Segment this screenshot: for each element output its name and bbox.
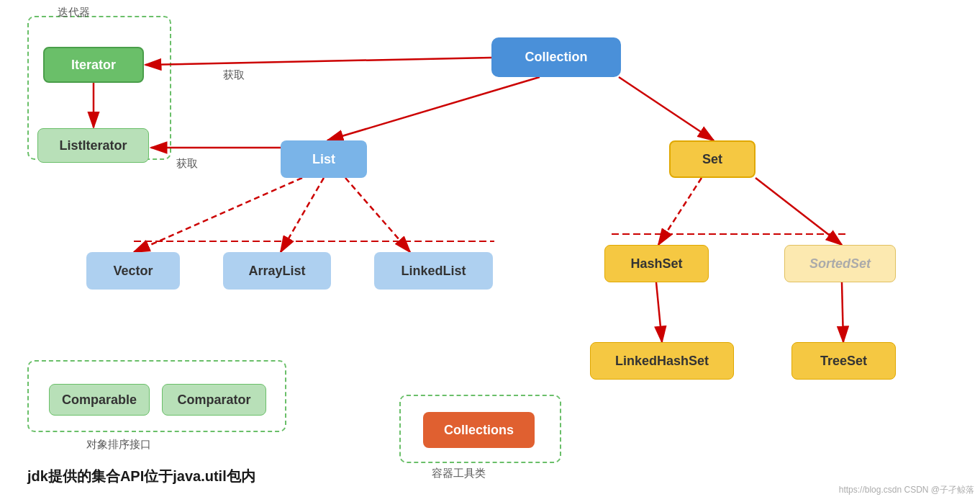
list-label: List — [312, 152, 335, 167]
svg-line-3 — [327, 77, 540, 140]
linkedhashset-label: LinkedHashSet — [615, 354, 709, 369]
svg-line-10 — [658, 178, 702, 245]
svg-line-13 — [842, 282, 843, 342]
set-node: Set — [669, 140, 756, 178]
hashset-node: HashSet — [604, 245, 709, 282]
svg-line-2 — [145, 58, 491, 65]
treeset-label: TreeSet — [820, 354, 867, 369]
svg-line-11 — [756, 178, 842, 245]
linkedlist-node: LinkedList — [374, 252, 493, 290]
watermark: https://blog.csdn CSDN @子孑鲸落 — [839, 484, 974, 496]
collections-node: Collections — [423, 412, 535, 448]
svg-line-8 — [281, 178, 324, 252]
sort-group-label: 对象排序接口 — [86, 438, 151, 452]
arraylist-label: ArrayList — [248, 264, 305, 279]
diagram-container: Collection Iterator ListIterator List Se… — [0, 0, 980, 502]
listiterator-label: ListIterator — [59, 138, 127, 153]
svg-line-4 — [619, 77, 714, 140]
comparable-node: Comparable — [49, 384, 150, 416]
comparable-label: Comparable — [62, 393, 137, 408]
linkedlist-label: LinkedList — [401, 264, 466, 279]
linkedhashset-node: LinkedHashSet — [590, 342, 734, 380]
huoqu2-label: 获取 — [176, 157, 198, 171]
sortedset-node: SortedSet — [784, 245, 896, 282]
comparator-label: Comparator — [177, 393, 250, 408]
listiterator-node: ListIterator — [37, 128, 149, 163]
hashset-label: HashSet — [630, 256, 682, 272]
set-label: Set — [702, 152, 722, 167]
collection-label: Collection — [525, 50, 587, 65]
sortedset-label: SortedSet — [809, 256, 871, 272]
svg-line-12 — [656, 282, 662, 342]
treeset-node: TreeSet — [791, 342, 896, 380]
collection-node: Collection — [491, 37, 621, 77]
svg-line-7 — [134, 178, 302, 252]
huoqu1-label: 获取 — [223, 68, 245, 82]
iterator-group-label: 迭代器 — [58, 6, 90, 19]
collections-label: Collections — [444, 423, 514, 438]
vector-node: Vector — [86, 252, 180, 290]
iterator-node: Iterator — [43, 47, 144, 83]
vector-label: Vector — [113, 264, 153, 279]
svg-line-9 — [345, 178, 410, 252]
comparator-node: Comparator — [162, 384, 266, 416]
footer-text: jdk提供的集合API位于java.util包内 — [27, 467, 255, 486]
iterator-label: Iterator — [71, 58, 116, 73]
list-node: List — [281, 140, 367, 178]
arraylist-node: ArrayList — [223, 252, 331, 290]
container-group-label: 容器工具类 — [432, 467, 486, 480]
